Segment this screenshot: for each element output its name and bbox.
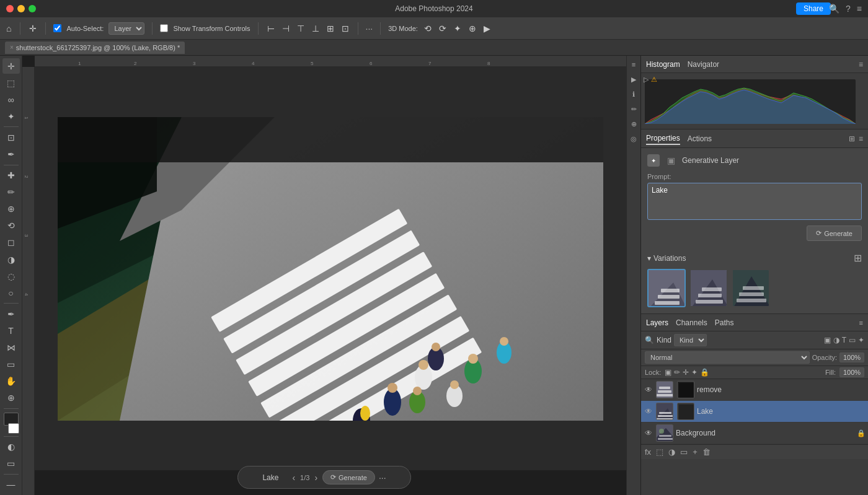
3d-icon-2[interactable]: ⟳ — [438, 22, 448, 35]
tab-properties[interactable]: Properties — [646, 133, 680, 145]
filter-pixel-icon[interactable]: ▣ — [824, 336, 831, 344]
panel-expand-icon[interactable]: ⊞ — [849, 134, 855, 143]
layer-visibility-background[interactable]: 👁 — [644, 428, 653, 438]
rt-icon-6[interactable]: ◎ — [627, 133, 640, 145]
layers-menu-icon[interactable]: ≡ — [859, 319, 863, 326]
opacity-input[interactable] — [839, 353, 864, 362]
align-left-icon[interactable]: ⊢ — [266, 22, 276, 35]
home-icon[interactable]: ⌂ — [5, 22, 12, 35]
canvas-image[interactable] — [58, 117, 603, 421]
filter-shape-icon[interactable]: ▭ — [849, 336, 856, 344]
tab-histogram[interactable]: Histogram — [646, 60, 680, 69]
prev-variation-button[interactable]: ‹ — [291, 473, 296, 483]
filter-adj-icon[interactable]: ◑ — [833, 336, 839, 344]
variation-thumb-1[interactable] — [647, 269, 686, 307]
3d-icon-3[interactable]: ✦ — [453, 22, 463, 35]
auto-select-checkbox[interactable] — [53, 24, 61, 32]
prompt-input[interactable]: Lake — [647, 183, 862, 220]
help-icon[interactable]: ? — [846, 4, 851, 14]
move-tool-icon[interactable]: ✛ — [28, 22, 38, 35]
quick-mask-tool[interactable]: ◐ — [2, 439, 20, 455]
distribute-h-icon[interactable]: ⊞ — [326, 22, 335, 35]
generate-bar-button[interactable]: ⟳ Generate — [322, 470, 375, 484]
move-tool[interactable]: ✛ — [2, 58, 20, 74]
shape-tool[interactable]: ▭ — [2, 357, 20, 372]
tab-navigator[interactable]: Navigator — [688, 60, 719, 69]
more-icon[interactable]: ≡ — [857, 4, 862, 14]
lock-transparency-icon[interactable]: ▣ — [665, 368, 671, 377]
panel-menu-icon[interactable]: ≡ — [859, 134, 863, 143]
tab-actions[interactable]: Actions — [688, 133, 712, 144]
align-center-icon[interactable]: ⊣ — [281, 22, 291, 35]
new-group-icon[interactable]: ▭ — [680, 447, 688, 457]
generate-more-button[interactable]: ··· — [379, 473, 386, 483]
rt-icon-5[interactable]: ⊕ — [627, 118, 640, 130]
distribute-v-icon[interactable]: ⊡ — [340, 22, 350, 35]
tab-layers[interactable]: Layers — [646, 318, 668, 327]
filter-type-icon[interactable]: T — [842, 336, 846, 344]
brush-tool[interactable]: ✏ — [2, 185, 20, 200]
zoom-tool[interactable]: ⊕ — [2, 390, 20, 406]
layer-row-lake[interactable]: 👁 — [641, 401, 868, 423]
lasso-tool[interactable]: ∞ — [2, 92, 20, 107]
blur-tool[interactable]: ◌ — [2, 268, 20, 284]
hist-cycle-icon[interactable]: ▷ — [644, 76, 649, 84]
filter-smart-icon[interactable]: ✦ — [858, 336, 864, 344]
search-icon[interactable]: 🔍 — [829, 4, 839, 14]
gradient-tool[interactable]: ◑ — [2, 252, 20, 267]
variations-toggle[interactable]: ▾ Variations — [647, 254, 686, 263]
layer-visibility-lake[interactable]: 👁 — [644, 406, 653, 416]
lock-paint-icon[interactable]: ✏ — [674, 368, 680, 377]
add-mask-icon[interactable]: ⬚ — [656, 447, 663, 457]
rt-icon-1[interactable]: ≡ — [627, 58, 640, 71]
eraser-tool[interactable]: ◻ — [2, 235, 20, 250]
lock-artboard-icon[interactable]: ✛ — [683, 368, 689, 377]
share-button[interactable]: Share — [796, 2, 831, 15]
close-button[interactable] — [6, 5, 14, 12]
dodge-tool[interactable]: ○ — [2, 285, 20, 300]
transform-checkbox[interactable] — [160, 24, 168, 32]
toolbar-more-icon[interactable]: ··· — [366, 24, 373, 33]
minimize-button[interactable] — [17, 5, 25, 12]
add-fx-icon[interactable]: fx — [645, 447, 651, 457]
layer-row-remove[interactable]: 👁 — [641, 379, 868, 401]
filter-kind-select[interactable]: Kind — [674, 334, 707, 346]
fill-input[interactable] — [839, 367, 864, 377]
next-variation-button[interactable]: › — [313, 473, 319, 483]
file-tab[interactable]: × shutterstock_661725397.jpg @ 100% (Lak… — [5, 42, 185, 54]
histogram-menu-icon[interactable]: ≡ — [859, 60, 863, 69]
lock-move-icon[interactable]: ✦ — [691, 368, 698, 377]
layer-row-background[interactable]: 👁 Background 🔒 — [641, 423, 868, 444]
3d-icon-4[interactable]: ⊕ — [467, 22, 477, 35]
eyedropper-tool[interactable]: ✒ — [2, 146, 20, 162]
rt-icon-4[interactable]: ✏ — [627, 103, 640, 115]
path-select-tool[interactable]: ⋈ — [2, 339, 20, 355]
new-layer-icon[interactable]: + — [693, 447, 698, 457]
variation-thumb-3[interactable] — [732, 269, 770, 307]
text-tool[interactable]: T — [2, 323, 20, 338]
more-tools-icon[interactable]: — — [2, 477, 20, 493]
screen-mode-tool[interactable]: ▭ — [2, 456, 20, 471]
generate-main-button[interactable]: ⟳ Generate — [807, 226, 862, 241]
healing-brush-tool[interactable]: ✚ — [2, 167, 20, 183]
lock-all-icon[interactable]: 🔒 — [700, 368, 709, 377]
background-color[interactable] — [8, 423, 19, 433]
layer-visibility-remove[interactable]: 👁 — [644, 385, 653, 395]
rt-icon-2[interactable]: ▶ — [627, 73, 640, 85]
rt-icon-3[interactable]: ℹ — [627, 88, 640, 100]
distribute-icon[interactable]: ⊥ — [311, 22, 321, 35]
history-brush-tool[interactable]: ⟲ — [2, 218, 20, 234]
tab-channels[interactable]: Channels — [676, 318, 707, 327]
tab-paths[interactable]: Paths — [715, 318, 734, 327]
selection-tool[interactable]: ⬚ — [2, 75, 20, 90]
hand-tool[interactable]: ✋ — [2, 374, 20, 389]
variation-thumb-2[interactable] — [689, 269, 728, 307]
magic-wand-tool[interactable]: ✦ — [2, 108, 20, 124]
layer-select[interactable]: Layer — [108, 22, 144, 35]
pen-tool[interactable]: ✒ — [2, 306, 20, 322]
blend-mode-select[interactable]: Normal — [645, 351, 810, 364]
delete-layer-icon[interactable]: 🗑 — [702, 447, 711, 457]
3d-icon[interactable]: ⟲ — [423, 22, 433, 35]
crop-tool[interactable]: ⊡ — [2, 129, 20, 145]
adjustment-icon[interactable]: ◑ — [668, 447, 675, 457]
